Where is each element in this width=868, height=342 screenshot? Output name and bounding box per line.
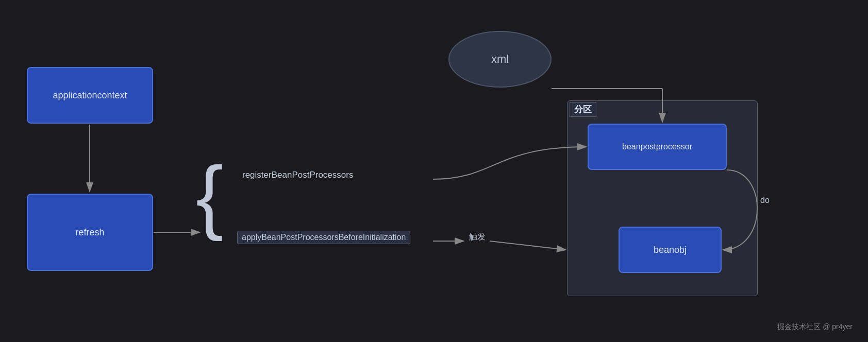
node-applicationcontext: applicationcontext <box>27 67 153 124</box>
beanobj-label: beanobj <box>654 245 687 255</box>
partition-label: 分区 <box>570 102 596 117</box>
node-xml: xml <box>448 31 552 88</box>
node-beanobj: beanobj <box>619 227 722 273</box>
diagram-container: applicationcontext refresh xml 分区 beanpo… <box>0 0 868 342</box>
bpp-label: beanpostprocessor <box>622 142 692 151</box>
node-refresh: refresh <box>27 194 153 271</box>
node-beanpostprocessor: beanpostprocessor <box>588 124 727 170</box>
refresh-label: refresh <box>75 227 104 238</box>
watermark: 掘金技术社区 @ pr4yer <box>777 322 853 332</box>
trigger-label: 触发 <box>469 232 486 243</box>
xml-label: xml <box>491 53 509 66</box>
register-label: registerBeanPostProcessors <box>242 170 353 180</box>
apply-label: applyBeanPostProcessorsBeforeInitializat… <box>237 231 410 244</box>
curly-brace: { <box>196 155 223 237</box>
appcontext-label: applicationcontext <box>53 90 127 101</box>
svg-line-5 <box>490 241 566 250</box>
do-label: do <box>760 196 770 205</box>
